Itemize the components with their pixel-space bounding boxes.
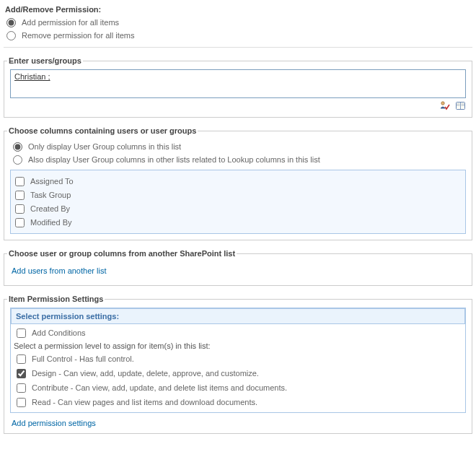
permission-settings-box: Select permission settings: Add Conditio…	[10, 308, 466, 413]
perm-label: Design - Can view, add, update, delete, …	[32, 367, 259, 379]
perm-contribute-checkbox[interactable]	[17, 383, 26, 393]
add-users-another-list-link[interactable]: Add users from another list	[12, 266, 106, 275]
users-groups-value: Christian ;	[14, 72, 50, 81]
column-label: Created By	[30, 203, 70, 214]
also-display-label: Also display User Group columns in other…	[28, 154, 320, 165]
choose-columns-legend: Choose columns containing users or user …	[7, 126, 198, 135]
perm-design-checkbox[interactable]	[17, 369, 26, 378]
column-checkbox-task-group[interactable]	[15, 191, 25, 200]
list-item: Design - Can view, add, update, delete, …	[14, 367, 462, 379]
svg-point-0	[441, 102, 444, 105]
enter-users-groups-legend: Enter users/groups	[7, 56, 83, 65]
browse-directory-icon[interactable]	[455, 100, 466, 111]
another-list-legend: Choose user or group columns from anothe…	[7, 249, 237, 258]
perm-label: Contribute - Can view, add, update, and …	[32, 382, 287, 393]
list-item: Full Control - Has full control.	[14, 353, 462, 365]
add-permission-label: Add permission for all items	[22, 17, 119, 28]
divider	[4, 47, 472, 48]
item-permission-legend: Item Permission Settings	[7, 295, 105, 303]
column-label: Assigned To	[30, 175, 74, 187]
also-display-radio[interactable]	[13, 155, 22, 165]
users-groups-input[interactable]: Christian ;	[10, 69, 466, 98]
only-display-label: Only display User Group columns in this …	[28, 141, 181, 152]
column-label: Modified By	[30, 217, 71, 228]
select-permission-header: Select permission settings:	[11, 308, 465, 324]
perm-full-control-checkbox[interactable]	[17, 354, 26, 364]
another-list-fieldset: Choose user or group columns from anothe…	[4, 249, 472, 286]
remove-permission-radio[interactable]	[6, 31, 16, 40]
column-checkbox-created-by[interactable]	[15, 204, 25, 214]
list-item: Task Group	[12, 189, 464, 201]
columns-list-box: Assigned To Task Group Created By Modifi…	[10, 170, 466, 234]
perm-label: Full Control - Has full control.	[32, 353, 134, 365]
column-label: Task Group	[30, 189, 71, 201]
permission-level-subtitle: Select a permission level to assign for …	[14, 341, 462, 350]
list-item: Modified By	[12, 217, 464, 228]
column-checkbox-modified-by[interactable]	[15, 218, 25, 227]
item-permission-fieldset: Item Permission Settings Select permissi…	[4, 295, 472, 434]
perm-label: Read - Can view pages and list items and…	[32, 396, 257, 408]
choose-columns-fieldset: Choose columns containing users or user …	[4, 126, 472, 240]
list-item: Assigned To	[12, 175, 464, 187]
list-item: Created By	[12, 203, 464, 214]
list-item: Contribute - Can view, add, update, and …	[14, 382, 462, 393]
enter-users-groups-fieldset: Enter users/groups Christian ;	[4, 56, 472, 118]
only-display-radio[interactable]	[13, 142, 22, 152]
add-conditions-label: Add Conditions	[32, 327, 86, 339]
column-checkbox-assigned-to[interactable]	[15, 177, 25, 186]
remove-permission-label: Remove permission for all items	[22, 30, 135, 41]
add-remove-title: Add/Remove Permission:	[5, 5, 472, 14]
add-permission-settings-link[interactable]: Add permission settings	[12, 419, 96, 427]
list-item: Read - Can view pages and list items and…	[14, 396, 462, 408]
add-conditions-checkbox[interactable]	[17, 328, 26, 338]
add-permission-radio[interactable]	[6, 18, 16, 27]
check-names-icon[interactable]	[439, 100, 450, 111]
perm-read-checkbox[interactable]	[17, 398, 26, 407]
